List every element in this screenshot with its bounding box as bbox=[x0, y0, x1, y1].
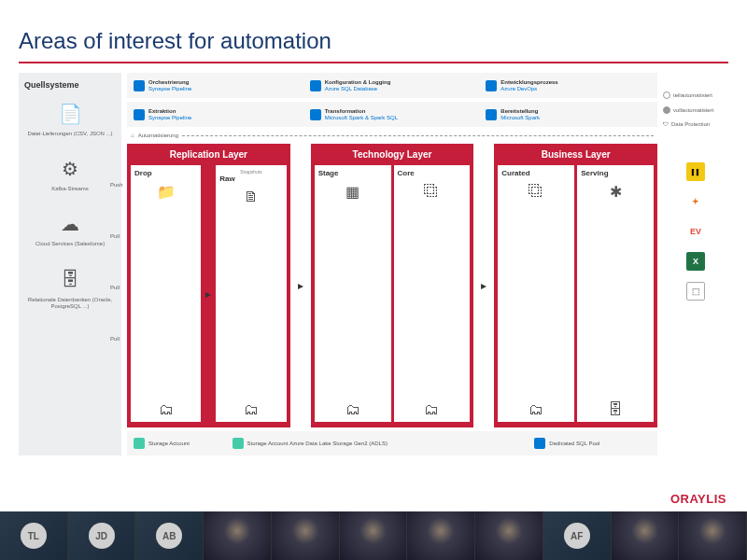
arrow-icon: ▸ bbox=[296, 144, 305, 427]
zone-drop: Drop 📁🗂 bbox=[131, 165, 201, 422]
legend-dp: 🛡Data Protection bbox=[663, 121, 728, 127]
participant-tile[interactable] bbox=[407, 511, 475, 560]
avatar: AB bbox=[156, 523, 182, 549]
powerbi-icon: ⫿⫿ bbox=[686, 162, 705, 181]
database-icon: 🗄 bbox=[24, 267, 116, 293]
video-call-bar: TL JD AB AF bbox=[0, 511, 747, 560]
schema-icon: ⿻ bbox=[424, 183, 439, 200]
kafka-icon: ⚙ bbox=[24, 156, 116, 182]
participant-tile[interactable] bbox=[679, 511, 747, 560]
shield-icon: 🛡 bbox=[663, 121, 669, 127]
slide: Areas of interest for automation Quellsy… bbox=[0, 0, 747, 511]
service-orchestration: OrchestrierungSynapse Pipeline bbox=[131, 77, 302, 94]
participant-tile[interactable] bbox=[612, 511, 680, 560]
tableau-icon: ✦ bbox=[686, 192, 705, 211]
extract-icon bbox=[134, 109, 145, 120]
folder-icon: 📁 bbox=[157, 183, 176, 201]
avatar: JD bbox=[89, 523, 115, 549]
participant-tile[interactable] bbox=[272, 511, 340, 560]
folder-tree-icon: 🗂 bbox=[345, 401, 360, 418]
arrow-icon: ▸ bbox=[204, 165, 213, 422]
star-schema-icon: ✱ bbox=[610, 183, 622, 201]
replication-layer: Replication Layer Drop 📁🗂 ▸ Snapshots Ra… bbox=[127, 144, 290, 427]
sources-heading: Quellsysteme bbox=[24, 80, 116, 90]
zone-serving: Serving ✱🗄 bbox=[577, 165, 654, 422]
video-feed bbox=[679, 511, 746, 560]
video-feed bbox=[475, 511, 543, 560]
sql-icon bbox=[310, 80, 321, 91]
arrow-icon: ▸ bbox=[479, 144, 488, 427]
mode-label: Pull bbox=[110, 233, 120, 239]
synapse-icon bbox=[134, 80, 145, 91]
zone-stage: Stage ▦🗂 bbox=[315, 165, 391, 422]
mode-label: Push bbox=[110, 182, 123, 188]
table-icon: ▦ bbox=[345, 183, 359, 201]
folder-tree-icon: 🗂 bbox=[424, 401, 439, 418]
storage-row: Storage Account Storage Account Azure Da… bbox=[127, 431, 657, 455]
spark-icon bbox=[310, 109, 321, 120]
sqlpool-icon bbox=[534, 438, 545, 449]
participant-tile[interactable] bbox=[475, 511, 543, 560]
cloud-icon: ☁ bbox=[24, 211, 116, 237]
participant-tile[interactable] bbox=[204, 511, 272, 560]
storage-icon bbox=[134, 438, 145, 449]
brand-logo: ORAYLIS bbox=[670, 492, 726, 506]
avatar: TL bbox=[21, 523, 47, 549]
video-feed bbox=[612, 511, 679, 560]
automation-bar: ⌂ Automatisierung bbox=[127, 131, 657, 140]
snapshot-icon: 🗎 bbox=[244, 189, 259, 205]
architecture-diagram: Quellsysteme 📄 Datei-Lieferungen (CSV, J… bbox=[19, 73, 728, 455]
mode-label: Pull bbox=[110, 336, 120, 342]
zone-curated: Curated ⿻🗂 bbox=[498, 165, 574, 422]
page-title: Areas of interest for automation bbox=[19, 28, 728, 54]
participant-tile[interactable]: AF bbox=[543, 511, 612, 560]
folder-tree-icon: 🗂 bbox=[159, 401, 174, 418]
storage-sqlpool: Dedicated SQL Pool bbox=[531, 435, 654, 452]
video-feed bbox=[204, 511, 271, 560]
source-db: 🗄 Relationale Datenbanken (Oracle, Postg… bbox=[24, 267, 116, 310]
avatar: AF bbox=[564, 523, 590, 549]
participant-tile[interactable]: TL bbox=[0, 511, 68, 560]
zone-core: Core ⿻🗂 bbox=[394, 165, 471, 422]
service-config: Konfiguration & LoggingAzure SQL Databas… bbox=[307, 77, 478, 94]
participant-tile[interactable]: JD bbox=[68, 511, 136, 560]
main-column: OrchestrierungSynapse Pipeline Konfigura… bbox=[127, 73, 657, 455]
legend-column: teilautomatisiert vollautomatisiert 🛡Dat… bbox=[663, 73, 728, 455]
db-stack-icon: 🗄 bbox=[608, 401, 623, 418]
folder-tree-icon: 🗂 bbox=[529, 401, 543, 418]
services-row-1: OrchestrierungSynapse Pipeline Konfigura… bbox=[127, 73, 657, 98]
storage-account: Storage Account bbox=[131, 435, 224, 452]
business-layer: Business Layer Curated ⿻🗂 Serving ✱🗄 bbox=[494, 144, 657, 427]
provision-icon bbox=[486, 109, 497, 120]
folder-tree-icon: 🗂 bbox=[244, 401, 259, 418]
divider bbox=[19, 62, 728, 63]
source-file: 📄 Datei-Lieferungen (CSV, JSON ...) bbox=[24, 101, 116, 137]
devops-icon bbox=[486, 80, 497, 91]
video-feed bbox=[407, 511, 474, 560]
layers-row: Replication Layer Drop 📁🗂 ▸ Snapshots Ra… bbox=[127, 144, 657, 427]
storage-icon bbox=[233, 438, 244, 449]
source-cloud: ☁ Cloud Services (Salesforce) bbox=[24, 211, 116, 247]
video-feed bbox=[272, 511, 339, 560]
file-icon: 📄 bbox=[24, 101, 116, 127]
technology-layer: Technology Layer Stage ▦🗂 Core ⿻🗂 bbox=[311, 144, 474, 427]
legend-teil: teilautomatisiert bbox=[663, 91, 728, 99]
service-extraction: ExtraktionSynapse Pipeline bbox=[131, 105, 302, 123]
model-icon: ⿻ bbox=[529, 183, 543, 200]
participant-tile[interactable]: AB bbox=[135, 511, 204, 560]
ev-icon: EV bbox=[686, 222, 705, 241]
excel-icon: X bbox=[686, 252, 705, 271]
mode-label: Pull bbox=[110, 285, 120, 290]
source-kafka: ⚙ Kafka-Streams bbox=[24, 156, 116, 192]
video-feed bbox=[340, 511, 407, 560]
cube-icon: ⬚ bbox=[686, 282, 705, 301]
sources-panel: Quellsysteme 📄 Datei-Lieferungen (CSV, J… bbox=[19, 73, 121, 455]
zone-raw: Snapshots Raw 🗎🗂 bbox=[216, 165, 286, 422]
service-transformation: TransformationMicrosoft Spark & Spark SQ… bbox=[307, 105, 478, 123]
storage-adls: Storage Account Azure Data Lake Storage … bbox=[230, 435, 527, 452]
house-icon: ⌂ bbox=[131, 133, 134, 138]
participant-tile[interactable] bbox=[340, 511, 408, 560]
service-provisioning: BereitstellungMicrosoft Spark bbox=[483, 105, 654, 123]
service-devops: EntwicklungsprozessAzure DevOps bbox=[483, 77, 654, 94]
legend-voll: vollautomatisiert bbox=[663, 106, 728, 114]
